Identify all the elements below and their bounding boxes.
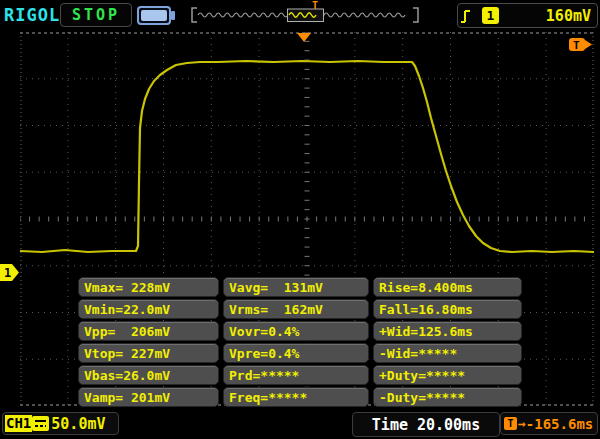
bottom-status-bar: CH1 50.0mV Time 20.00ms T → -165.6ms (0, 410, 600, 439)
battery-fill (141, 10, 167, 21)
timebase-value: 20.00ms (417, 416, 480, 434)
measurement-cell-rise: Rise=8.400ms (373, 277, 522, 297)
oscilloscope-screen: RIGOL STOP T 1 160mV T 1 Vmax= 228mV Vav… (0, 0, 600, 439)
edge-trigger-icon (458, 7, 474, 25)
channel1-vertical-settings: CH1 50.0mV (2, 412, 119, 435)
battery-nub (171, 11, 175, 20)
run-state-badge: STOP (60, 3, 132, 27)
measurement-cell-pduty: +Duty=***** (373, 365, 522, 385)
measurement-cell-vpp: Vpp= 206mV (78, 321, 219, 341)
horizontal-offset-value: -165.6ms (526, 416, 593, 432)
measurement-cell-freq: Freq=***** (223, 387, 369, 407)
waveform-trace (20, 61, 594, 252)
horizontal-offset: T → -165.6ms (500, 412, 598, 435)
measurement-row: Vmin=22.0mV Vrms= 162mV Fall=16.80ms (78, 299, 524, 319)
measurement-row: Vbas=26.0mV Prd=***** +Duty=***** (78, 365, 524, 385)
measurement-cell-prd: Prd=***** (223, 365, 369, 385)
offset-arrow-icon: → (518, 416, 526, 431)
run-state-label: STOP (72, 6, 120, 24)
measurement-row: Vtop= 227mV Vpre=0.4% -Wid=***** (78, 343, 524, 363)
battery-icon (137, 6, 171, 25)
timebase-settings: Time 20.00ms (352, 412, 500, 437)
measurement-cell-vmax: Vmax= 228mV (78, 277, 219, 297)
measurement-cell-pwid: +Wid=125.6ms (373, 321, 522, 341)
trigger-position-marker-icon (297, 33, 311, 42)
measurement-cell-vrms: Vrms= 162mV (223, 299, 369, 319)
measurement-cell-vbas: Vbas=26.0mV (78, 365, 219, 385)
trigger-level-value: 160mV (546, 7, 591, 25)
channel1-ground-marker: 1 (0, 264, 20, 281)
measurement-cell-vtop: Vtop= 227mV (78, 343, 219, 363)
brand-logo: RIGOL (4, 5, 60, 25)
svg-text:T: T (573, 39, 580, 52)
trigger-source-badge: 1 (482, 7, 499, 24)
measurement-cell-vavg: Vavg= 131mV (223, 277, 369, 297)
memory-trigger-marker: T (312, 1, 318, 11)
dc-coupling-icon (32, 416, 49, 431)
measurement-cell-vmin: Vmin=22.0mV (78, 299, 219, 319)
measurement-cell-nduty: -Duty=***** (373, 387, 522, 407)
memory-position-indicator: T (188, 1, 422, 28)
measurement-panel: Vmax= 228mV Vavg= 131mV Rise=8.400ms Vmi… (78, 277, 524, 409)
measurement-row: Vamp= 201mV Freq=***** -Duty=***** (78, 387, 524, 407)
trigger-settings: 1 160mV (457, 3, 598, 28)
measurement-cell-fall: Fall=16.80ms (373, 299, 522, 319)
measurement-cell-vovr: Vovr=0.4% (223, 321, 369, 341)
measurement-cell-vamp: Vamp= 201mV (78, 387, 219, 407)
timebase-label: Time (372, 416, 408, 434)
measurement-cell-nwid: -Wid=***** (373, 343, 522, 363)
measurement-row: Vmax= 228mV Vavg= 131mV Rise=8.400ms (78, 277, 524, 297)
trigger-position-icon: T (504, 417, 517, 430)
measurement-row: Vpp= 206mV Vovr=0.4% +Wid=125.6ms (78, 321, 524, 341)
svg-text:1: 1 (4, 266, 11, 280)
measurement-cell-vpre: Vpre=0.4% (223, 343, 369, 363)
channel1-scale-value: 50.0mV (51, 415, 105, 433)
channel1-badge: CH1 (5, 415, 32, 432)
